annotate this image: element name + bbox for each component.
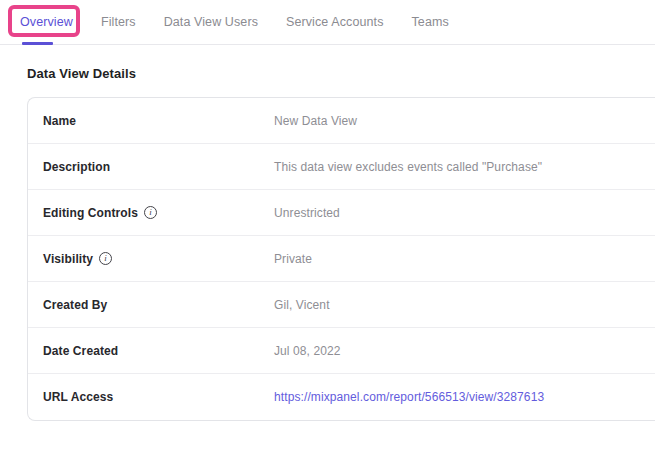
tab-teams[interactable]: Teams: [411, 15, 448, 29]
detail-row-created-by: Created By Gil, Vicent: [28, 282, 655, 328]
visibility-value: Private: [274, 252, 312, 266]
data-view-details-card: Name New Data View Description This data…: [27, 97, 655, 421]
tab-overview[interactable]: Overview: [20, 15, 73, 29]
detail-row-visibility: Visibility i Private: [28, 236, 655, 282]
data-view-url-link[interactable]: https://mixpanel.com/report/566513/view/…: [274, 390, 544, 404]
editing-controls-value: Unrestricted: [274, 206, 340, 220]
date-created-label: Date Created: [43, 344, 118, 358]
name-value: New Data View: [274, 114, 357, 128]
tab-filters[interactable]: Filters: [101, 15, 136, 29]
tab-data-view-users[interactable]: Data View Users: [164, 15, 258, 29]
detail-row-url-access: URL Access https://mixpanel.com/report/5…: [28, 374, 655, 420]
info-icon[interactable]: i: [144, 206, 157, 219]
detail-row-description: Description This data view excludes even…: [28, 144, 655, 190]
created-by-label: Created By: [43, 298, 107, 312]
url-access-label: URL Access: [43, 390, 113, 404]
detail-row-name: Name New Data View: [28, 98, 655, 144]
page-title: Data View Details: [27, 66, 655, 81]
editing-controls-label: Editing Controls: [43, 206, 138, 220]
date-created-value: Jul 08, 2022: [274, 344, 341, 358]
visibility-label: Visibility: [43, 252, 93, 266]
settings-page: Overview Filters Data View Users Service…: [0, 0, 655, 466]
tab-service-accounts[interactable]: Service Accounts: [286, 15, 383, 29]
info-icon[interactable]: i: [99, 252, 112, 265]
tab-bar: Overview Filters Data View Users Service…: [0, 0, 655, 45]
description-label: Description: [43, 160, 110, 174]
detail-row-editing-controls: Editing Controls i Unrestricted: [28, 190, 655, 236]
detail-row-date-created: Date Created Jul 08, 2022: [28, 328, 655, 374]
active-tab-indicator: [22, 42, 53, 45]
description-value: This data view excludes events called "P…: [274, 160, 542, 174]
created-by-value: Gil, Vicent: [274, 298, 330, 312]
name-label: Name: [43, 114, 76, 128]
